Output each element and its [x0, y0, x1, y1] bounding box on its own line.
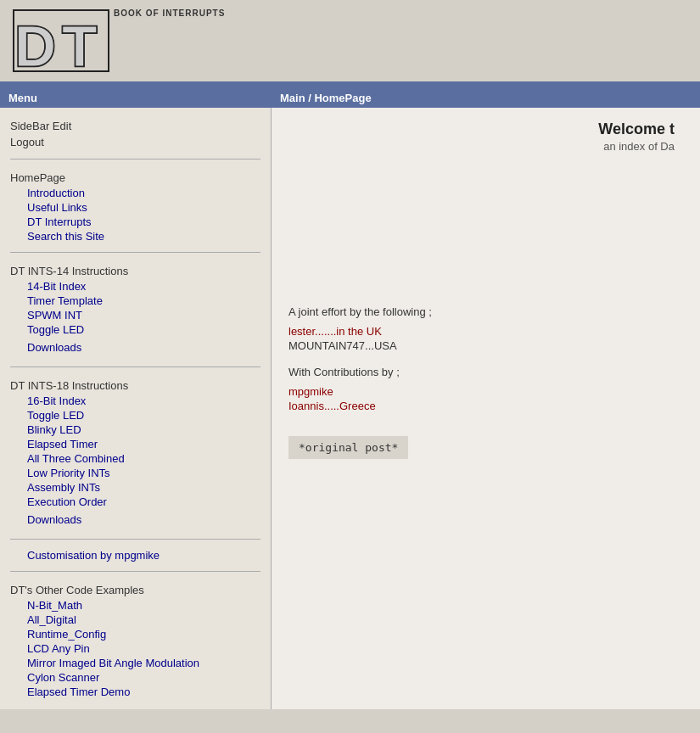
joint-effort-text: A joint effort by the following ; — [288, 305, 683, 318]
link-assembly-ints[interactable]: Assembly INTs — [27, 480, 271, 495]
main-layout: SideBar Edit Logout HomePage Introductio… — [0, 108, 700, 709]
link-downloads-18[interactable]: Downloads — [0, 512, 271, 527]
divider-5 — [10, 571, 260, 572]
link-timer-template[interactable]: Timer Template — [27, 294, 271, 308]
welcome-sub-text: an index of Da — [603, 140, 675, 153]
divider-3 — [10, 366, 260, 367]
admin-links-section: SideBar Edit Logout — [0, 115, 271, 154]
sidebar: SideBar Edit Logout HomePage Introductio… — [0, 108, 272, 709]
ints18-links: 16-Bit Index Toggle LED Blinky LED Elaps… — [0, 394, 271, 509]
other-links: N-Bit_Math All_Digital Runtime_Config LC… — [0, 598, 271, 699]
link-introduction[interactable]: Introduction — [27, 186, 271, 200]
sidebar-body: SideBar Edit Logout HomePage Introductio… — [0, 108, 271, 709]
header-row: Menu Main / HomePage — [0, 88, 700, 108]
contributor-mpgmike[interactable]: mpgmike — [288, 385, 683, 398]
logo-subtitle: BOOK OF INTERRUPTS — [114, 8, 225, 18]
link-mirror-imaged[interactable]: Mirror Imaged Bit Angle Modulation — [27, 656, 271, 670]
link-all-digital[interactable]: All_Digital — [27, 613, 271, 627]
contributors-section: A joint effort by the following ; lester… — [288, 305, 683, 352]
original-post-box: *original post* — [288, 436, 408, 459]
section-other-title: DT's Other Code Examples — [0, 580, 271, 598]
contributions-section: With Contributions by ; mpgmike Ioannis.… — [288, 366, 683, 412]
section-ints14-title: DT INTS-14 Instructions — [0, 261, 271, 279]
section-other-examples: DT's Other Code Examples N-Bit_Math All_… — [0, 577, 271, 702]
divider-2 — [10, 252, 260, 253]
ints14-extras: Downloads — [0, 337, 271, 358]
link-nbit-math[interactable]: N-Bit_Math — [27, 598, 271, 613]
link-downloads-14[interactable]: Downloads — [0, 340, 271, 355]
section-customisation: Customisation by mpgmike — [0, 545, 271, 566]
link-blinky-led[interactable]: Blinky LED — [27, 422, 271, 437]
divider-4 — [10, 539, 260, 540]
logout-link[interactable]: Logout — [0, 134, 271, 150]
link-execution-order[interactable]: Execution Order — [27, 495, 271, 509]
link-customisation[interactable]: Customisation by mpgmike — [27, 548, 271, 562]
section-homepage-title: HomePage — [0, 168, 271, 186]
sidebar-header: Menu — [0, 88, 272, 108]
sidebar-edit-link[interactable]: SideBar Edit — [0, 118, 271, 134]
content-header: Main / HomePage — [272, 88, 700, 108]
ints18-extras: Downloads — [0, 509, 271, 530]
original-post-text: *original post* — [299, 441, 398, 454]
link-elapsed-timer-demo[interactable]: Elapsed Timer Demo — [27, 685, 271, 699]
contributor-mountain: MOUNTAIN747...USA — [288, 339, 683, 352]
content-area: Welcome t an index of Da A joint effort … — [272, 108, 700, 709]
divider-1 — [10, 159, 260, 159]
link-all-three-combined[interactable]: All Three Combined — [27, 451, 271, 466]
logo-wrapper: D D T T BOOK OF INTERRUPTS — [13, 8, 225, 75]
section-ints14: DT INTS-14 Instructions 14-Bit Index Tim… — [0, 258, 271, 361]
link-lcd-any-pin[interactable]: LCD Any Pin — [27, 641, 271, 656]
section-homepage: HomePage Introduction Useful Links DT In… — [0, 165, 271, 247]
svg-text:T: T — [62, 14, 98, 75]
dt-logo-svg: D D T T — [13, 8, 110, 75]
homepage-links: Introduction Useful Links DT Interrupts … — [0, 186, 271, 243]
section-ints18-title: DT INTS-18 Instructions — [0, 376, 271, 394]
contributor-ioannis[interactable]: Ioannis.....Greece — [288, 400, 683, 412]
top-bar — [0, 81, 700, 88]
link-cylon-scanner[interactable]: Cylon Scanner — [27, 670, 271, 685]
link-useful-links[interactable]: Useful Links — [27, 200, 271, 215]
ints14-links: 14-Bit Index Timer Template SPWM INT Tog… — [0, 279, 271, 337]
welcome-title-text: Welcome t — [598, 120, 675, 137]
contributor-lester[interactable]: lester.......in the UK — [288, 325, 683, 338]
link-elapsed-timer[interactable]: Elapsed Timer — [27, 437, 271, 451]
link-toggle-led-14[interactable]: Toggle LED — [27, 322, 271, 337]
welcome-title: Welcome t — [288, 120, 683, 138]
logo-area: D D T T BOOK OF INTERRUPTS — [0, 0, 700, 81]
customisation-links: Customisation by mpgmike — [0, 548, 271, 562]
contributions-text: With Contributions by ; — [288, 366, 683, 378]
svg-text:D: D — [14, 14, 56, 75]
welcome-sub: an index of Da — [288, 140, 683, 153]
link-runtime-config[interactable]: Runtime_Config — [27, 627, 271, 641]
link-toggle-led-18[interactable]: Toggle LED — [27, 408, 271, 422]
link-spwm-int[interactable]: SPWM INT — [27, 308, 271, 322]
section-ints18: DT INTS-18 Instructions 16-Bit Index Tog… — [0, 372, 271, 534]
link-14bit-index[interactable]: 14-Bit Index — [27, 279, 271, 294]
link-16bit-index[interactable]: 16-Bit Index — [27, 394, 271, 408]
link-dt-interrupts[interactable]: DT Interrupts — [27, 215, 271, 229]
content-body: Welcome t an index of Da A joint effort … — [272, 108, 700, 472]
link-low-priority-ints[interactable]: Low Priority INTs — [27, 466, 271, 480]
link-search-site[interactable]: Search this Site — [27, 229, 271, 243]
